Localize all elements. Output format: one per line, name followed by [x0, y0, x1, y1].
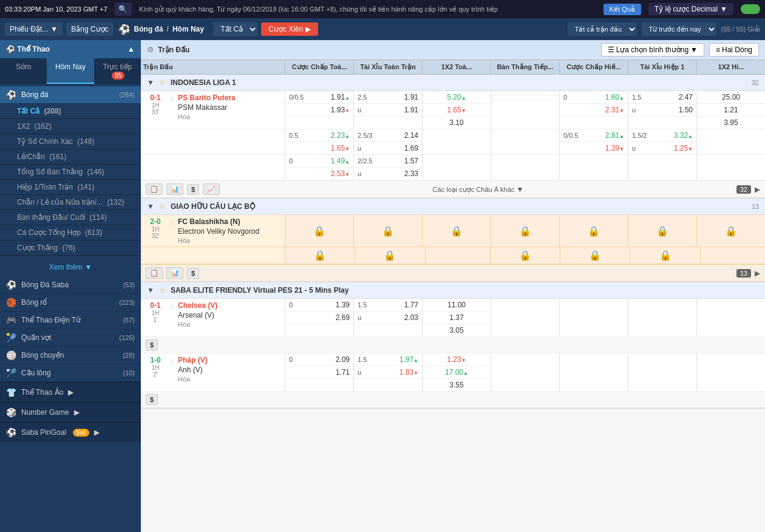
phieu-dat-dropdown[interactable]: Phiếu Đặt... ▼: [5, 22, 63, 36]
action-btn-4[interactable]: 📈: [203, 183, 220, 195]
chelsea-star-icon[interactable]: ☆: [169, 301, 175, 311]
sidebar-item-bongsaba[interactable]: ⚽ Bóng Đá Saba (53): [0, 276, 141, 294]
1x2hiep1-away-val[interactable]: 1.21: [724, 106, 738, 114]
star-icon[interactable]: ☆: [159, 78, 166, 87]
locked-action-btn-3[interactable]: $: [187, 268, 199, 279]
all-filter-select[interactable]: Tất Cả: [213, 22, 257, 36]
star-icon-giaohuu[interactable]: ☆: [159, 202, 166, 211]
lock-icon: 🔒: [589, 250, 601, 261]
lock-icon: 🔒: [450, 225, 463, 237]
1x2-away-val[interactable]: 1.65▼: [447, 106, 466, 114]
1x2hiep1-home-val[interactable]: 25.00: [722, 93, 740, 101]
sidebar-sub-hiep1toan[interactable]: Hiệp 1/Toàn Trận (141): [0, 180, 141, 195]
taixiuhiep1-away-val[interactable]: 1.50: [679, 106, 693, 114]
sidebar-item-pingoal[interactable]: ⚽ Saba PinGoal Mới ▶: [0, 422, 141, 442]
volleyball-icon: 🏐: [6, 350, 16, 360]
odds-button[interactable]: Tỷ lệ cược Decimal ▼: [648, 3, 733, 15]
section-indonesia-liga1: ▼ ☆ INDONESIA LIGA 1 32: [141, 75, 765, 91]
phap-star-icon[interactable]: ☆: [169, 356, 175, 366]
star-icon-saba[interactable]: ☆: [159, 286, 166, 295]
taixiu-home-val[interactable]: 1.91: [404, 93, 418, 101]
sidebar-sub-cuocthang[interactable]: Cược Thắng (76): [0, 240, 141, 256]
toggle-switch[interactable]: [741, 4, 760, 14]
sidebar-sub-lechan[interactable]: Lẻ/Chẵn (161): [0, 149, 141, 165]
1x2hiep1-draw-val[interactable]: 3.95: [724, 118, 738, 127]
chap3-home-row: 0 1.49▲: [285, 155, 353, 168]
sidebar-item-bongro[interactable]: 🏀 Bóng rổ (223): [0, 294, 141, 312]
odds-home2[interactable]: 2.23▲: [331, 131, 350, 140]
cuoc-xien-button[interactable]: Cược Xiên ▶: [261, 22, 318, 36]
time-filter-select[interactable]: Từ trước đến nay: [642, 22, 716, 36]
taixiuhiep1-home-val[interactable]: 2.47: [679, 93, 693, 101]
sidebar-sub-1x2[interactable]: 1X2 (162): [0, 119, 141, 134]
sidebar-item-badminton[interactable]: 🏸 Cầu lông (10): [0, 364, 141, 382]
sidebar-item-tennis[interactable]: 🎾 Quần vợt (125): [0, 329, 141, 347]
tab-tructiep[interactable]: Trực tiếp 85: [94, 58, 141, 84]
tab-som[interactable]: Sớm: [0, 58, 47, 84]
section-toggle[interactable]: ▼: [147, 78, 154, 87]
sidebar-item-bongda[interactable]: ⚽ Bóng đá (284): [0, 86, 141, 104]
tab-homnay[interactable]: Hôm Nay: [47, 58, 93, 84]
chelsea-action-btn[interactable]: $: [146, 339, 158, 350]
taixiu3-col: 2/2.5 1.57 u 2.33: [354, 155, 423, 180]
bang-cuoc-dropdown[interactable]: Bảng Cược: [66, 22, 113, 36]
cuocchaphie-handicap: 0: [563, 94, 567, 101]
section-saba: ▼ ☆ SABA ELITE FRIENDLY Virtual PES 21 -…: [141, 282, 765, 299]
all-matches-select[interactable]: Tất cả trận đấu: [568, 22, 637, 36]
odds-away[interactable]: 1.93▼: [331, 106, 350, 114]
badminton-icon: 🏸: [6, 368, 16, 378]
match-balashikha: 2-0 1H 32' ☆ FC Balashikha (N) Electron …: [141, 215, 765, 282]
match-star-icon[interactable]: ☆: [169, 94, 175, 103]
cuocchaphie-draw-row: [560, 117, 628, 120]
1x2-draw-val[interactable]: 3.10: [449, 118, 463, 127]
locked-action-btn-2[interactable]: 📊: [166, 267, 183, 279]
cuocchaphie-away-val[interactable]: 2.31▼: [605, 106, 624, 114]
sidebar-item-volleyball[interactable]: 🏐 Bóng chuyền (28): [0, 347, 141, 364]
match-count-badge: 32: [736, 185, 751, 194]
match-time: 1H: [152, 102, 160, 109]
taixiuhiep1-home-row: 1.5 2.47: [628, 91, 696, 104]
taixiu-away-val[interactable]: 1.91: [404, 106, 418, 114]
sidebar-item-numbergame[interactable]: 🎲 Number Game ▶: [0, 402, 141, 422]
sidebar-collapse-icon[interactable]: ▲: [127, 45, 135, 53]
1x2hiep1-2-col: [697, 129, 765, 154]
taixiuhiep1-3-col: [628, 155, 697, 180]
pingoal-icon: ⚽: [6, 428, 16, 437]
result-button[interactable]: Kết Quả: [604, 4, 641, 15]
action-btn-2[interactable]: 📊: [166, 183, 183, 195]
phap-action-btn[interactable]: $: [146, 394, 158, 405]
col-header-1x2hi: 1X2 Hi...: [697, 60, 765, 74]
taixiu-u: u: [358, 106, 361, 114]
sidebar-sub-banthangdau[interactable]: Bàn thắng Đầu/ Cuối (114): [0, 210, 141, 225]
sidebar-sub-tongsobanthang[interactable]: Tổng Số Bàn Thắng (146): [0, 165, 141, 180]
sidebar-item-thethaoao[interactable]: 👕 Thể Thao Ảo ▶: [0, 382, 141, 402]
locked-count-badge: 13: [736, 269, 751, 278]
empty-match-cell: [141, 129, 285, 154]
section-toggle-saba[interactable]: ▼: [147, 286, 154, 295]
sidebar-sub-tatca[interactable]: Tất Cả (208): [0, 104, 141, 119]
cuocchaphie-home-val[interactable]: 1.60▲: [605, 93, 624, 101]
sidebar-title: ⚽ Thể Thao: [6, 45, 50, 53]
tennis-icon: 🎾: [6, 333, 16, 343]
sidebar-sub-tyso[interactable]: Tỷ Số Chính Xác (148): [0, 134, 141, 149]
sidebar-item-esports[interactable]: 🎮 Thể Thao Điện Tử (67): [0, 312, 141, 329]
sidebar-more-button[interactable]: Xem thêm ▼: [0, 258, 141, 276]
hai-dong-button[interactable]: ≡ Hai Dòng: [709, 43, 759, 56]
sidebar-sub-cacuoc[interactable]: Cá Cược Tổng Hợp (613): [0, 225, 141, 240]
locked-star-icon[interactable]: ☆: [169, 217, 175, 227]
more-cuoc-btn[interactable]: Các loại cược Châu Á khác ▼: [223, 185, 733, 194]
section-title: INDONESIA LIGA 1: [171, 78, 747, 87]
1x2hiep1-col: 25.00 1.21 3.95: [697, 91, 765, 129]
action-btn-1[interactable]: 📋: [146, 183, 163, 195]
cuoc-chap-col: 0/0.5 1.91▲ 1.93▼: [285, 91, 354, 129]
odds-home[interactable]: 1.91▲: [331, 93, 350, 101]
1x2-home-val[interactable]: 5.20▲: [447, 93, 466, 101]
locked-action-btn-1[interactable]: 📋: [146, 267, 163, 279]
sidebar-sub-chanle[interactable]: Chẵn / Lẻ của Nửa trận/... (132): [0, 195, 141, 210]
action-btn-3[interactable]: $: [187, 184, 199, 195]
odds-away2[interactable]: 1.65▼: [331, 144, 350, 152]
section-toggle-giaohuu[interactable]: ▼: [147, 202, 154, 211]
search-button[interactable]: 🔍: [115, 2, 132, 16]
banthang2-col: [491, 129, 560, 154]
filter-button[interactable]: ☰ Lựa chọn bình thường ▼: [601, 43, 704, 56]
